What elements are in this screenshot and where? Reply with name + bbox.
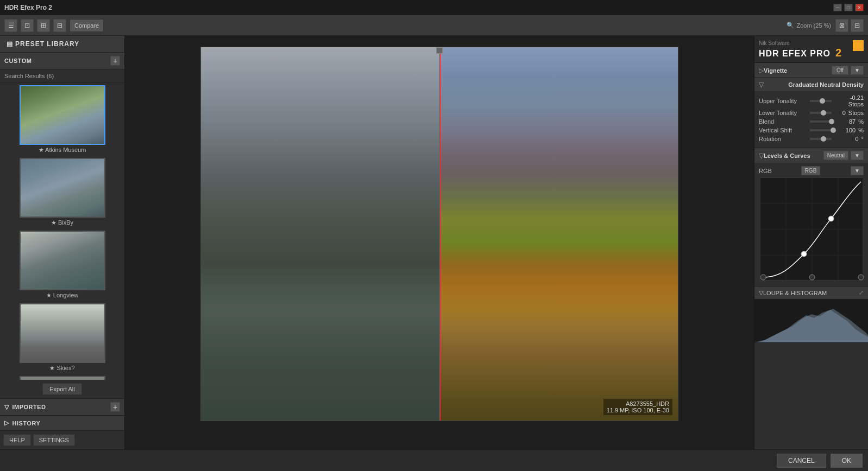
export-all-btn[interactable]: Export All <box>42 383 81 395</box>
vertical-shift-slider[interactable] <box>810 129 832 131</box>
lower-tonality-slider[interactable] <box>810 112 832 114</box>
svg-point-6 <box>801 251 807 257</box>
upper-tonality-row: Upper Tonality -0.21 Stops <box>759 94 864 107</box>
custom-section: CUSTOM + <box>0 53 124 69</box>
history-section-header[interactable]: ▷ HISTORY <box>0 416 124 430</box>
center-canvas: A8273555_HDR 11.9 MP, ISO 100, E-30 <box>125 36 754 449</box>
channel-label: RGB <box>759 168 772 174</box>
lc-preset-dropdown[interactable]: Neutral <box>823 151 848 160</box>
lc-options-dropdown[interactable]: ▼ <box>851 151 864 160</box>
maximize-btn[interactable]: □ <box>844 4 853 11</box>
history-label: HISTORY <box>12 420 41 427</box>
image-display: A8273555_HDR 11.9 MP, ISO 100, E-30 <box>200 47 678 421</box>
preset-thumb-extra[interactable] <box>20 376 105 380</box>
zoom-fill-btn[interactable]: ⊟ <box>851 19 864 32</box>
svg-point-7 <box>828 216 834 221</box>
vignette-toggle[interactable]: Off <box>832 66 848 75</box>
loupe-histogram-section: ▽ LOUPE & HISTOGRAM ⤢ <box>754 287 868 343</box>
preset-library-header[interactable]: ▤ PRESET LIBRARY <box>0 36 124 53</box>
upper-tonality-value: -0.21 Stops <box>834 94 864 107</box>
preset-label-atkins: ★ Atkins Museum <box>39 147 86 154</box>
nik-logo: Nik Software <box>759 40 864 46</box>
rotation-slider[interactable] <box>810 138 832 140</box>
app-title: HDR Efex Pro 2 <box>4 4 52 11</box>
blend-value: 87 % <box>834 118 864 125</box>
gnd-section: ▽ Graduated Neutral Density Upper Tonali… <box>754 78 868 148</box>
preset-library-label: PRESET LIBRARY <box>15 40 79 48</box>
split-line[interactable] <box>439 47 441 421</box>
preset-label-bixby: ★ BixBy <box>51 219 73 226</box>
after-scene <box>439 47 678 421</box>
view-split-btn[interactable]: ⊞ <box>37 19 50 32</box>
gnd-content: Upper Tonality -0.21 Stops Lower Tonalit… <box>754 91 868 148</box>
preset-thumb-image <box>21 304 104 362</box>
preset-item[interactable] <box>2 376 122 380</box>
toolbar: ☰ ⊡ ⊞ ⊟ Compare 🔍 Zoom (25 %) ⊠ ⊟ <box>0 15 868 36</box>
bottom-bar: CANCEL OK <box>0 449 868 471</box>
custom-add-btn[interactable]: + <box>110 56 120 66</box>
blend-slider[interactable] <box>810 120 832 123</box>
preset-thumbnails: ★ Atkins Museum ★ BixBy ★ Longview ★ Ski… <box>0 83 124 380</box>
sidebar-bottom: HELP SETTINGS <box>0 430 124 449</box>
gnd-header[interactable]: ▽ Graduated Neutral Density <box>754 78 868 91</box>
levels-curves-section: ▽ Levels & Curves Neutral ▼ RGB RGB ▼ <box>754 148 868 287</box>
view-quad-btn[interactable]: ⊟ <box>53 19 66 32</box>
loupe-collapse-icon: ▽ <box>759 289 763 296</box>
minimize-btn[interactable]: ─ <box>833 4 842 11</box>
custom-header[interactable]: CUSTOM + <box>0 53 124 69</box>
blend-row: Blend 87 % <box>759 118 864 125</box>
vertical-shift-row: Vertical Shift 100 % <box>759 127 864 133</box>
channel-options[interactable]: ▼ <box>851 166 864 175</box>
help-btn[interactable]: HELP <box>3 434 31 446</box>
vertical-shift-value: 100 % <box>834 127 864 133</box>
settings-btn[interactable]: SETTINGS <box>33 434 75 446</box>
view-single-btn[interactable]: ⊡ <box>21 19 34 32</box>
zoom-fit-btn[interactable]: ⊠ <box>835 19 848 32</box>
preset-item[interactable]: ★ Skies? <box>2 303 122 372</box>
ok-btn[interactable]: OK <box>831 454 863 468</box>
svg-point-10 <box>858 275 864 280</box>
compare-btn[interactable]: Compare <box>70 19 104 32</box>
preset-thumb-skies[interactable] <box>20 303 105 363</box>
lc-collapse-icon: ▽ <box>759 152 764 160</box>
preset-item[interactable]: ★ Atkins Museum <box>2 85 122 154</box>
loupe-expand-icon[interactable]: ⤢ <box>859 289 864 296</box>
title-bar: HDR Efex Pro 2 ─ □ ✕ <box>0 0 868 15</box>
preset-item[interactable]: ★ BixBy <box>2 158 122 226</box>
vignette-dropdown[interactable]: ▼ <box>851 66 864 75</box>
split-handle[interactable] <box>436 47 443 54</box>
blend-label: Blend <box>759 118 808 125</box>
imported-section-header[interactable]: ▽ IMPORTED + <box>0 398 124 416</box>
levels-curves-header[interactable]: ▽ Levels & Curves Neutral ▼ <box>754 148 868 163</box>
lower-tonality-row: Lower Tonality 0 Stops <box>759 110 864 116</box>
vignette-section: ▷ Vignette Off ▼ <box>754 63 868 78</box>
left-sidebar: ▤ PRESET LIBRARY CUSTOM + Search Results… <box>0 36 125 449</box>
lc-content: RGB RGB ▼ <box>754 163 868 286</box>
lower-tonality-value: 0 Stops <box>834 110 864 116</box>
cancel-btn[interactable]: CANCEL <box>777 454 826 468</box>
preset-thumb-bixby[interactable] <box>20 158 105 218</box>
preset-thumb-longview[interactable] <box>20 231 105 290</box>
preset-thumb-image <box>21 232 104 289</box>
vignette-header[interactable]: ▷ Vignette Off ▼ <box>754 63 868 78</box>
image-details-label: 11.9 MP, ISO 100, E-30 <box>607 407 669 413</box>
app-icon <box>853 40 864 51</box>
window-controls: ─ □ ✕ <box>833 4 864 11</box>
imported-add-btn[interactable]: + <box>110 402 120 412</box>
channel-dropdown[interactable]: RGB <box>801 166 821 175</box>
zoom-info: 🔍 Zoom (25 %) ⊠ ⊟ <box>787 19 864 32</box>
gnd-title: Graduated Neutral Density <box>788 81 864 88</box>
curves-canvas[interactable] <box>760 177 863 281</box>
upper-tonality-slider[interactable] <box>810 100 832 102</box>
rotation-value: 0 ° <box>834 136 864 142</box>
menu-icon-btn[interactable]: ☰ <box>4 19 17 32</box>
preset-thumb-atkins[interactable] <box>20 85 105 145</box>
loupe-header[interactable]: ▽ LOUPE & HISTOGRAM ⤢ <box>754 287 868 299</box>
search-results-label: Search Results (6) <box>0 69 124 83</box>
lower-tonality-label: Lower Tonality <box>759 110 808 116</box>
preset-item[interactable]: ★ Longview <box>2 231 122 299</box>
curves-svg <box>760 178 864 281</box>
rotation-row: Rotation 0 ° <box>759 136 864 142</box>
close-btn[interactable]: ✕ <box>855 4 864 11</box>
lc-title: Levels & Curves <box>764 152 810 159</box>
